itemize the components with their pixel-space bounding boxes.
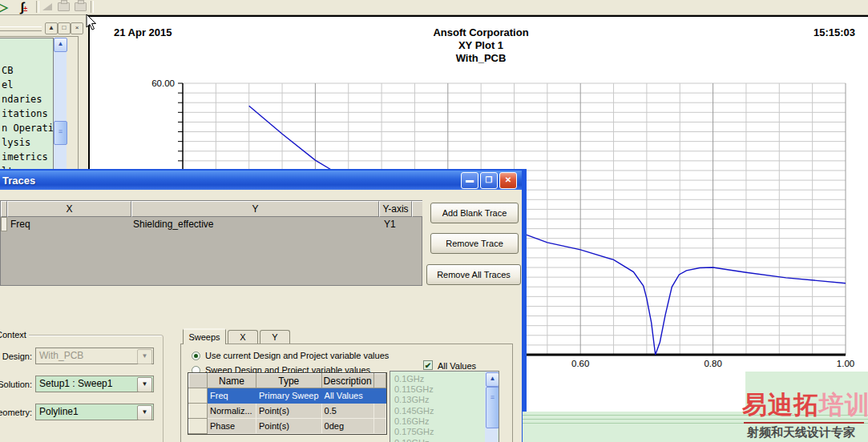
solution-combo[interactable]: Setup1 : Sweep1 ▼ bbox=[35, 376, 154, 392]
table-row[interactable]: Freq Primary Sweep All Values bbox=[189, 388, 386, 404]
cell-name[interactable]: Phase bbox=[208, 419, 256, 434]
dialog-titlebar[interactable]: Traces ▬ ❒ ✕ bbox=[0, 171, 522, 190]
sweeps-panel: Use current Design and Project variable … bbox=[180, 344, 513, 442]
cell-name[interactable]: Normaliz... bbox=[208, 404, 256, 419]
radio-use-current-label: Use current Design and Project variable … bbox=[205, 351, 389, 360]
radio-use-current[interactable] bbox=[192, 352, 200, 360]
frequency-value-list[interactable]: 0.1GHz 0.115GHz 0.13GHz 0.145GHz 0.16GHz… bbox=[390, 371, 499, 442]
close-icon[interactable]: ✕ bbox=[499, 172, 517, 189]
scroll-up-icon[interactable]: ▲ bbox=[54, 38, 67, 52]
cell-type[interactable]: Point(s) bbox=[256, 404, 322, 419]
plot-title-block: Ansoft Corporation XY Plot 1 With_PCB bbox=[285, 26, 677, 65]
tab-y[interactable]: Y bbox=[260, 330, 290, 344]
table-row[interactable]: Normaliz... Point(s) 0.5 bbox=[189, 404, 386, 419]
list-item[interactable]: 0.19GHz bbox=[394, 438, 429, 442]
geometry-combo[interactable]: Polyline1 ▼ bbox=[35, 404, 154, 420]
sweeps-col-extra bbox=[373, 374, 386, 388]
trace-row-header[interactable] bbox=[1, 217, 7, 231]
cell-desc[interactable]: 0.5 bbox=[321, 404, 373, 419]
design-value: With_PCB bbox=[39, 350, 83, 361]
list-item[interactable]: 0.115GHz bbox=[394, 384, 434, 395]
list-scrollbar[interactable]: ▲ bbox=[485, 372, 498, 442]
list-item[interactable]: 0.1GHz bbox=[394, 374, 424, 384]
project-tree[interactable]: CB el ndaries itations n Operations lysi… bbox=[0, 38, 54, 171]
sweeps-table[interactable]: Name Type Description Freq Primary Sweep… bbox=[188, 372, 387, 435]
geometry-label: Geometry: bbox=[0, 408, 32, 417]
trace-col-corner bbox=[1, 201, 7, 217]
geometry-value: Polyline1 bbox=[39, 406, 79, 417]
cell-type[interactable]: Point(s) bbox=[256, 419, 322, 434]
sweeps-col-corner bbox=[189, 374, 208, 388]
dialog-title: Traces bbox=[0, 175, 35, 187]
chevron-down-icon: ▼ bbox=[137, 349, 152, 364]
tree-item[interactable]: lysis bbox=[2, 137, 30, 150]
maximize-button[interactable]: □ bbox=[58, 22, 71, 34]
close-panel-button[interactable]: × bbox=[71, 22, 83, 34]
validate-icon[interactable]: ▷ bbox=[0, 0, 10, 14]
tree-panel-caption[interactable]: ▲ □ × bbox=[0, 22, 80, 34]
chevron-down-icon[interactable]: ▼ bbox=[137, 405, 152, 420]
export-icon bbox=[56, 0, 71, 14]
context-group-label: Context bbox=[0, 330, 29, 340]
cell-desc[interactable]: All Values bbox=[321, 388, 373, 404]
list-item[interactable]: 0.145GHz bbox=[394, 406, 434, 416]
remove-trace-button[interactable]: Remove Trace bbox=[430, 233, 519, 254]
tab-x[interactable]: X bbox=[228, 330, 258, 344]
trace-col-yaxis[interactable]: Y-axis bbox=[379, 201, 412, 217]
app-root: { "toolbar": { "icons": [ {"label": "val… bbox=[0, 0, 868, 442]
design-label: Design: bbox=[0, 352, 32, 361]
tree-item[interactable]: imetrics bbox=[2, 151, 48, 164]
toolbar-separator bbox=[36, 1, 39, 13]
plot-title: XY Plot 1 bbox=[285, 39, 677, 52]
cell-name[interactable]: Freq bbox=[208, 388, 256, 404]
table-row[interactable]: Phase Point(s) 0deg bbox=[189, 419, 386, 434]
trace-table[interactable]: X Y Y-axis Freq Shielding_effective Y1 bbox=[0, 200, 422, 286]
toolbar: ▷ ∫± bbox=[0, 0, 868, 15]
tab-sweeps[interactable]: Sweeps bbox=[183, 328, 226, 344]
tree-item[interactable]: ndaries bbox=[2, 94, 42, 106]
list-item[interactable]: 0.175GHz bbox=[394, 427, 434, 437]
plot-time: 15:15:03 bbox=[813, 26, 855, 38]
maximize-icon[interactable]: ❒ bbox=[480, 172, 498, 189]
project-tree-panel: CB el ndaries itations n Operations lysi… bbox=[0, 36, 79, 172]
traces-dialog: Traces ▬ ❒ ✕ X Y Y-axis Freq Shielding_e… bbox=[0, 169, 527, 442]
tree-item[interactable]: itations bbox=[2, 108, 48, 121]
tree-item[interactable]: n Operations bbox=[2, 123, 54, 135]
sweeps-col-name[interactable]: Name bbox=[208, 374, 256, 388]
sweeps-col-desc[interactable]: Description bbox=[321, 374, 373, 388]
list-item[interactable]: 0.13GHz bbox=[394, 395, 429, 405]
tree-item[interactable]: CB bbox=[2, 65, 13, 78]
cell-desc[interactable]: 0deg bbox=[321, 419, 373, 434]
integral-icon[interactable]: ∫± bbox=[15, 0, 33, 14]
plot-date: 21 Apr 2015 bbox=[114, 26, 172, 38]
dock-button[interactable]: ▲ bbox=[45, 22, 58, 34]
all-values-label: All Values bbox=[438, 361, 476, 371]
trace-col-x[interactable]: X bbox=[7, 201, 131, 217]
tree-scrollbar[interactable]: ▲ bbox=[54, 38, 67, 169]
tree-item[interactable]: el bbox=[2, 79, 13, 92]
drag-grip[interactable] bbox=[0, 26, 42, 31]
minimize-icon[interactable]: ▬ bbox=[461, 172, 478, 189]
trace-x-value[interactable]: Freq bbox=[10, 219, 30, 231]
remove-all-traces-button[interactable]: Remove All Traces bbox=[426, 264, 521, 285]
cell-type[interactable]: Primary Sweep bbox=[256, 388, 322, 404]
dialog-body: X Y Y-axis Freq Shielding_effective Y1 A… bbox=[0, 190, 522, 442]
add-blank-trace-button[interactable]: Add Blank Trace bbox=[430, 203, 519, 223]
sweeps-col-type[interactable]: Type bbox=[256, 374, 322, 388]
scroll-up-icon[interactable]: ▲ bbox=[486, 372, 499, 387]
all-values-checkbox[interactable]: ✔ bbox=[423, 360, 433, 370]
chevron-down-icon[interactable]: ▼ bbox=[137, 377, 152, 392]
plot-design: With_PCB bbox=[285, 52, 677, 65]
trace-yaxis-value[interactable]: Y1 bbox=[384, 219, 396, 231]
design-combo: With_PCB ▼ bbox=[35, 348, 154, 364]
plot-company: Ansoft Corporation bbox=[285, 26, 677, 39]
trace-col-y[interactable]: Y bbox=[131, 201, 379, 217]
solution-value: Setup1 : Sweep1 bbox=[39, 378, 112, 389]
solution-label: Solution: bbox=[0, 380, 32, 389]
print-icon bbox=[73, 0, 87, 14]
trace-y-value[interactable]: Shielding_effective bbox=[133, 219, 214, 231]
sweep-icon bbox=[40, 0, 54, 14]
scroll-thumb[interactable] bbox=[54, 121, 67, 145]
scroll-thumb[interactable] bbox=[486, 387, 499, 428]
list-item[interactable]: 0.16GHz bbox=[394, 416, 429, 427]
